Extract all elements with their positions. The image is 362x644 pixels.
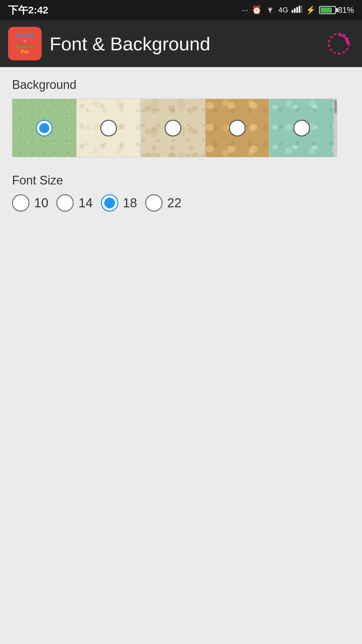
status-bar: 下午2:42 ··· ⏰ 4G ⚡	[0, 0, 362, 20]
swatches-scrollbar	[334, 99, 337, 157]
logo-heart-icon: ♥	[23, 38, 27, 44]
svg-rect-2	[294, 8, 296, 13]
font-label-14: 14	[78, 196, 93, 210]
charging-icon: ⚡	[306, 5, 316, 15]
swatch-tan[interactable]	[205, 99, 269, 157]
signal-4g-icon: 4G	[279, 6, 288, 14]
radio-18[interactable]	[101, 194, 118, 212]
radio-10[interactable]	[12, 194, 29, 212]
status-icons: ··· ⏰ 4G ⚡ 81%	[242, 5, 354, 15]
font-label-10: 10	[34, 196, 48, 210]
svg-point-6	[329, 34, 349, 54]
swatch-green-radio[interactable]	[36, 120, 53, 137]
scrollbar-thumb	[334, 100, 337, 113]
swatch-teal-radio[interactable]	[293, 120, 310, 137]
font-label-18: 18	[123, 196, 137, 210]
app-logo: русский ♥ Библия Pro	[8, 27, 42, 60]
radio-22[interactable]	[145, 194, 163, 212]
font-option-22[interactable]: 22	[145, 194, 181, 212]
swatch-teal[interactable]	[269, 99, 334, 157]
battery-percentage: 81%	[338, 5, 354, 15]
swatches-row	[12, 99, 334, 157]
swatch-beige[interactable]	[141, 99, 205, 157]
font-label-22: 22	[167, 196, 181, 210]
radio-14[interactable]	[56, 194, 74, 212]
app-header: русский ♥ Библия Pro Font & Background	[0, 20, 362, 67]
logo-line2: Библия	[16, 44, 34, 49]
svg-rect-1	[292, 10, 293, 13]
font-option-14[interactable]: 14	[56, 194, 93, 212]
dots-icon: ···	[242, 5, 248, 15]
battery-icon	[319, 6, 336, 14]
main-content: Background	[0, 67, 362, 644]
svg-point-0	[269, 11, 271, 13]
background-label: Background	[12, 78, 350, 92]
svg-rect-5	[301, 6, 302, 13]
font-size-options: 10 14 18 22	[12, 194, 350, 212]
font-option-18[interactable]: 18	[101, 194, 137, 212]
battery-fill	[320, 7, 332, 13]
alarm-icon: ⏰	[252, 5, 262, 15]
swatch-cream-radio[interactable]	[100, 120, 117, 137]
status-time: 下午2:42	[8, 3, 48, 17]
svg-rect-4	[299, 6, 300, 13]
reset-button[interactable]	[324, 29, 354, 59]
logo-line1: русский	[15, 33, 34, 38]
signal-bars-icon	[292, 5, 302, 15]
wifi-icon	[265, 5, 275, 15]
font-size-label: Font Size	[12, 173, 350, 187]
svg-rect-3	[296, 7, 298, 13]
font-size-section: Font Size 10 14 18 22	[12, 173, 350, 212]
swatch-cream[interactable]	[76, 99, 141, 157]
swatch-tan-radio[interactable]	[229, 120, 246, 137]
battery-container: 81%	[319, 5, 354, 15]
background-section: Background	[12, 78, 350, 157]
swatch-beige-radio[interactable]	[165, 120, 181, 137]
logo-pro: Pro	[21, 49, 28, 54]
page-title: Font & Background	[50, 33, 316, 55]
font-option-10[interactable]: 10	[12, 194, 48, 212]
swatch-green[interactable]	[12, 99, 76, 157]
